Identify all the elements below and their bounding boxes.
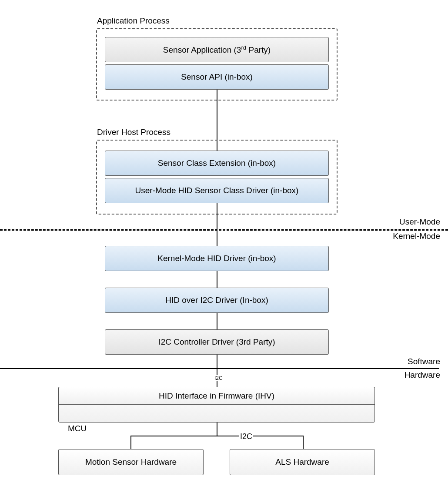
sensor-application-box: Sensor Application (3rd Party) (105, 37, 329, 62)
connector-to-motion (130, 436, 131, 449)
als-hardware-box: ALS Hardware (230, 449, 375, 475)
sensor-class-extension-box: Sensor Class Extension (in-box) (105, 151, 329, 176)
connector-driver-to-kernel (217, 203, 217, 247)
driver-host-label: Driver Host Process (97, 127, 171, 137)
connector-to-als (303, 436, 304, 449)
connector-i2cctrl-to-firmware (217, 355, 217, 387)
kernel-mode-label: Kernel-Mode (393, 231, 440, 241)
hid-over-i2c-driver-box: HID over I2C Driver (In-box) (105, 288, 329, 313)
user-mode-label: User-Mode (399, 217, 440, 227)
motion-sensor-hardware-box: Motion Sensor Hardware (58, 449, 204, 475)
hardware-label: Hardware (405, 370, 440, 380)
i2c-controller-driver-box: I2C Controller Driver (3rd Party) (105, 329, 329, 355)
mcu-label: MCU (68, 424, 87, 433)
sensor-api-box: Sensor API (in-box) (105, 64, 329, 90)
i2c-conn-label-top: I2C (214, 375, 224, 381)
connector-mcu-down (217, 423, 217, 436)
connector-hidi2c-to-i2cctrl (217, 313, 217, 329)
architecture-diagram: Application Process Sensor Application (… (0, 0, 448, 483)
user-kernel-divider (0, 229, 448, 231)
i2c-conn-label-bottom: I2C (239, 432, 253, 441)
software-hardware-divider (0, 368, 439, 369)
software-label: Software (408, 357, 440, 366)
user-mode-hid-driver-box: User-Mode HID Sensor Class Driver (in-bo… (105, 178, 329, 203)
hid-interface-firmware-box: HID Interface in Firmware (IHV) (58, 387, 375, 405)
kernel-mode-hid-driver-box: Kernel-Mode HID Driver (in-box) (105, 246, 329, 271)
connector-kernel-to-hidi2c (217, 271, 217, 288)
i2c-bus-horizontal (130, 436, 304, 436)
application-process-label: Application Process (97, 16, 170, 26)
sensor-application-text: Sensor Application (3rd Party) (163, 44, 271, 55)
